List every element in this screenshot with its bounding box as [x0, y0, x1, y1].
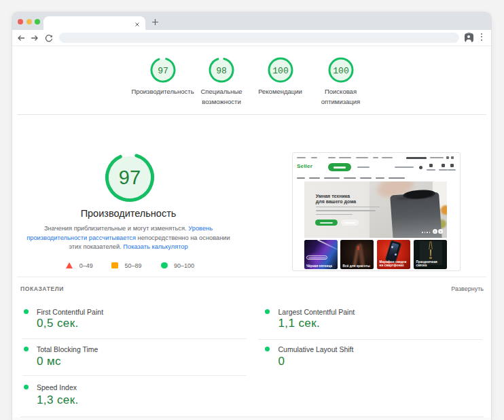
svg-text:97: 97 [118, 167, 140, 188]
svg-text:100: 100 [333, 66, 348, 76]
svg-text:100: 100 [272, 66, 288, 76]
svg-text:98: 98 [216, 66, 227, 76]
svg-text:97: 97 [158, 66, 168, 76]
